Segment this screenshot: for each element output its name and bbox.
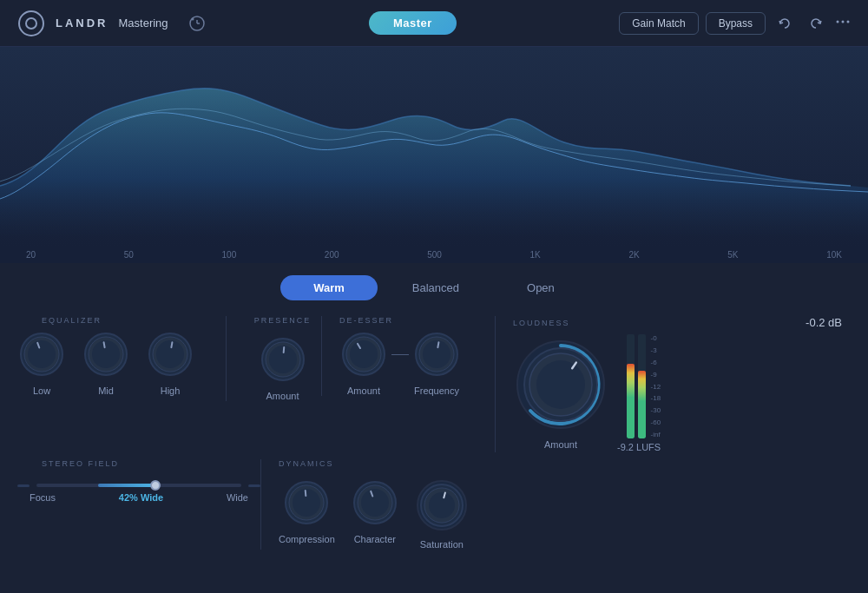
knob-presence-amount-control[interactable] [259,335,307,384]
redo-button[interactable] [804,11,828,36]
knob-compression-label: Compression [279,534,335,544]
knob-character: Character [351,478,399,550]
svg-line-41 [306,491,306,496]
svg-point-6 [837,20,839,23]
stereo-wide-label: Wide [227,492,248,503]
history-icon[interactable] [187,14,207,33]
svg-point-11 [28,340,56,368]
vu-bar-left [627,334,635,438]
gain-match-button[interactable]: Gain Match [619,12,698,35]
svg-point-31 [423,340,450,368]
svg-point-7 [842,20,845,23]
knob-deesser-amount-label: Amount [347,385,380,396]
knob-loudness-amount: Amount [513,337,608,450]
vu-label-inf: -inf [651,431,661,438]
vu-label-30: -30 [651,406,661,414]
knob-loudness-amount-label: Amount [544,439,577,450]
vu-bar-right [638,334,646,438]
knob-presence-amount-label: Amount [266,391,299,401]
undo-icon [778,16,792,30]
app-name: Mastering [119,16,168,30]
equalizer-label: EQUALIZER [42,316,102,325]
knob-deesser-frequency-control[interactable] [412,330,461,379]
svg-point-5 [191,17,194,20]
knob-eq-mid-label: Mid [98,385,114,396]
spectrum-display [0,47,868,247]
tab-open[interactable]: Open [494,275,588,300]
freq-label-100: 100 [222,250,237,260]
vu-label-18: -18 [651,394,661,402]
header-right: Gain Match Bypass [619,11,851,36]
svg-line-32 [437,342,438,347]
vu-label-0: -0 [651,334,661,342]
undo-button[interactable] [773,11,797,36]
vu-label-60: -60 [651,418,661,426]
stereo-focus-label: Focus [30,492,56,503]
knob-presence-amount: Amount [259,335,307,401]
stereo-value: 42% Wide [119,492,163,503]
presence-section: PRESENCE Amount [226,316,321,401]
vu-label-3: -3 [651,346,661,354]
knob-eq-high-control[interactable] [146,330,194,379]
svg-point-36 [536,360,585,409]
knob-deesser-amount: Amount [339,330,388,396]
freq-label-2k: 2K [628,250,639,260]
header: LANDR Mastering Master Gain Match Bypass [0,0,868,47]
freq-label-200: 200 [325,250,339,260]
loudness-section: LOUDNESS -0.2 dB Amount [495,316,851,452]
deesser-section: DE-ESSER Amount [321,316,495,396]
svg-point-49 [429,492,455,518]
svg-line-16 [104,342,105,347]
knob-eq-high-label: High [161,385,181,396]
svg-point-19 [156,340,184,368]
loudness-db-value: -0.2 dB [806,316,842,329]
deesser-label: DE-ESSER [339,316,393,325]
knob-saturation-control[interactable] [415,478,469,532]
knob-deesser-frequency-label: Frequency [414,385,459,396]
knob-compression: Compression [279,478,335,550]
vu-label-12: -12 [651,383,661,391]
lufs-value: -9.2 LUFS [617,442,661,452]
stereo-field-label: STEREO FIELD [42,459,260,468]
tab-warm[interactable]: Warm [280,275,378,300]
knob-eq-mid-control[interactable] [82,330,130,379]
knob-loudness-amount-control[interactable] [513,337,608,432]
freq-label-5k: 5K [727,250,738,260]
freq-label-50: 50 [124,250,134,260]
deesser-connector-line [391,354,409,355]
knob-eq-mid: Mid [82,330,130,396]
stereo-slider-thumb[interactable] [150,480,161,491]
bypass-button[interactable]: Bypass [706,12,766,35]
knob-eq-high: High [146,330,194,396]
stereo-slider-track[interactable] [36,484,241,487]
spectrum-svg [0,47,868,247]
tab-balanced[interactable]: Balanced [379,275,492,300]
knob-compression-control[interactable] [282,478,331,527]
presence-label: PRESENCE [254,316,312,325]
stereo-field-section: STEREO FIELD Focus 42% Wide Wide [17,459,260,503]
brand-name: LANDR [56,16,108,30]
vu-meter-container: -0 -3 -6 -9 -12 -18 -30 -60 -inf -9.2 LU… [617,334,661,452]
svg-line-24 [283,347,284,353]
knob-character-label: Character [354,534,396,544]
vu-scale-labels: -0 -3 -6 -9 -12 -18 -30 -60 -inf [649,334,661,438]
sound-character-tabs: Warm Balanced Open [0,263,868,309]
knob-character-control[interactable] [351,478,399,527]
knob-deesser-amount-control[interactable] [339,330,388,379]
more-options-button[interactable] [835,14,851,33]
knob-saturation: Saturation [415,478,469,550]
knob-eq-low: Low [17,330,66,396]
knob-eq-low-control[interactable] [17,330,66,379]
header-left: LANDR Mastering [17,10,207,37]
svg-point-27 [350,340,378,368]
loudness-label: LOUDNESS [513,319,570,327]
svg-line-20 [171,342,172,347]
knob-deesser-frequency: Frequency [412,330,461,396]
vu-label-9: -9 [651,371,661,379]
vu-label-6: -6 [651,359,661,366]
knob-saturation-label: Saturation [420,539,464,550]
stereo-slider-left-cap [17,484,30,487]
master-button[interactable]: Master [369,11,457,35]
stereo-slider-right-cap [248,484,260,487]
freq-label-10k: 10K [826,250,842,260]
